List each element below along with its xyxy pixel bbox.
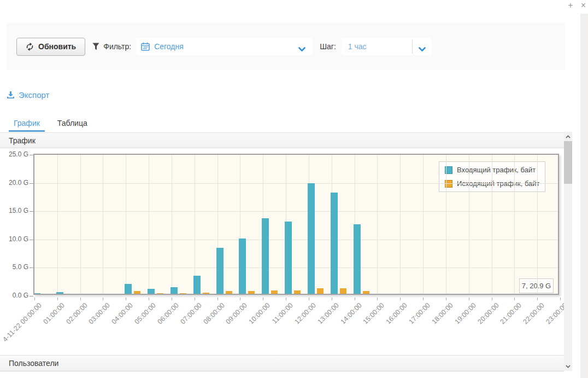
y-axis-tick xyxy=(30,155,33,155)
download-icon xyxy=(7,91,15,99)
users-section-title: Пользователи xyxy=(9,359,58,368)
gridline-horizontal xyxy=(34,211,558,212)
tab-bar: График Таблица xyxy=(9,118,92,132)
bar-outgoing[interactable] xyxy=(294,290,301,294)
x-axis-tick xyxy=(377,298,378,300)
close-icon[interactable]: × xyxy=(581,1,586,10)
gridline-vertical xyxy=(514,155,515,294)
bar-incoming[interactable] xyxy=(308,183,315,294)
x-axis-tick xyxy=(469,298,469,300)
x-axis-tick xyxy=(332,298,332,300)
gridline-vertical xyxy=(103,155,103,294)
gridline-vertical xyxy=(377,155,378,294)
select-divider xyxy=(412,39,413,54)
step-label: Шаг: xyxy=(320,42,336,51)
filter-icon xyxy=(92,43,99,50)
x-axis-tick xyxy=(103,298,103,300)
chart-tooltip: 7, 20.9 G xyxy=(519,278,554,293)
gridline-vertical xyxy=(149,155,149,294)
bar-outgoing[interactable] xyxy=(203,293,209,294)
x-axis-tick xyxy=(355,298,355,300)
x-axis-tick xyxy=(446,298,446,300)
bar-outgoing[interactable] xyxy=(340,288,346,294)
scroll-up-arrow[interactable] xyxy=(564,132,572,141)
y-axis-label: 0.0 G xyxy=(0,292,28,299)
y-axis-label: 20.0 G xyxy=(0,179,28,187)
bar-outgoing[interactable] xyxy=(180,293,186,294)
scroll-down-arrow[interactable] xyxy=(564,362,572,371)
bar-incoming[interactable] xyxy=(239,239,246,294)
toolbar: Обновить Фильтр: Сегодня Шаг: 1 час xyxy=(7,23,566,70)
tab-table[interactable]: Таблица xyxy=(52,118,92,132)
refresh-button-label: Обновить xyxy=(38,42,76,51)
bar-incoming[interactable] xyxy=(285,222,292,294)
traffic-section-header[interactable]: Трафик xyxy=(0,132,564,148)
add-icon[interactable]: + xyxy=(568,1,573,10)
chart-plot-area: Входящий трафик, байтИсходящий трафик, б… xyxy=(33,154,559,295)
x-axis-tick xyxy=(195,298,195,300)
bar-outgoing[interactable] xyxy=(248,291,255,294)
step-value: 1 час xyxy=(348,42,367,51)
bar-incoming[interactable] xyxy=(193,276,201,294)
gridline-vertical xyxy=(195,155,195,294)
y-axis-label: 15.0 G xyxy=(0,207,28,214)
x-axis-tick xyxy=(126,298,126,300)
window-scrollbar-track[interactable] xyxy=(580,14,588,378)
bar-incoming[interactable] xyxy=(262,218,269,294)
gridline-vertical xyxy=(492,155,492,294)
bar-incoming[interactable] xyxy=(148,289,155,294)
bar-incoming[interactable] xyxy=(170,287,178,294)
y-axis-label: 25.0 G xyxy=(0,150,28,158)
bar-incoming[interactable] xyxy=(216,248,224,294)
chevron-down-icon xyxy=(419,44,426,54)
x-axis-tick xyxy=(80,298,81,300)
x-axis-tick xyxy=(57,298,58,300)
gridline-vertical xyxy=(446,155,446,294)
date-filter-select[interactable]: Сегодня xyxy=(136,38,312,55)
users-section-header[interactable]: Пользователи xyxy=(0,355,564,371)
x-axis-tick xyxy=(286,298,286,300)
tab-chart[interactable]: График xyxy=(9,118,45,132)
bar-outgoing[interactable] xyxy=(363,291,369,294)
export-link[interactable]: Экспорт xyxy=(7,90,49,100)
step-select[interactable]: 1 час xyxy=(342,38,432,55)
bar-incoming[interactable] xyxy=(354,224,361,294)
y-axis-tick xyxy=(30,267,33,268)
x-axis-tick xyxy=(240,298,240,300)
bar-outgoing[interactable] xyxy=(226,291,232,294)
y-axis-label: 10.0 G xyxy=(0,235,28,243)
export-label: Экспорт xyxy=(19,90,49,100)
refresh-button[interactable]: Обновить xyxy=(16,38,85,56)
y-axis-tick xyxy=(30,211,33,212)
x-axis-tick xyxy=(560,298,561,300)
x-axis-tick xyxy=(400,298,401,300)
y-axis-tick xyxy=(30,240,33,240)
gridline-horizontal xyxy=(34,183,558,184)
x-axis-tick xyxy=(492,298,492,300)
gridline-horizontal xyxy=(34,240,558,240)
y-axis-tick xyxy=(30,296,33,296)
x-axis-tick xyxy=(537,298,538,300)
panel-scrollbar[interactable] xyxy=(564,132,572,371)
bar-outgoing[interactable] xyxy=(157,293,163,294)
gridline-vertical xyxy=(172,155,172,294)
y-axis-tick xyxy=(30,183,33,184)
bar-incoming[interactable] xyxy=(56,292,63,294)
bar-incoming[interactable] xyxy=(331,193,338,294)
date-filter-value: Сегодня xyxy=(154,42,184,51)
bar-outgoing[interactable] xyxy=(271,290,278,294)
traffic-report-window: + × Обновить Фильтр: Сегодня Шаг: 1 час xyxy=(0,0,588,378)
bar-incoming[interactable] xyxy=(125,284,132,294)
bar-outgoing[interactable] xyxy=(134,291,140,294)
scrollbar-thumb[interactable] xyxy=(564,141,572,184)
gridline-vertical xyxy=(57,155,58,294)
x-axis-tick xyxy=(34,298,35,300)
bar-incoming[interactable] xyxy=(33,293,40,294)
chevron-down-icon xyxy=(298,44,305,54)
x-axis-tick xyxy=(423,298,424,300)
gridline-vertical xyxy=(423,155,424,294)
traffic-section-title: Трафик xyxy=(9,136,36,145)
x-axis-tick xyxy=(309,298,309,300)
gridline-vertical xyxy=(469,155,469,294)
bar-outgoing[interactable] xyxy=(317,288,324,294)
